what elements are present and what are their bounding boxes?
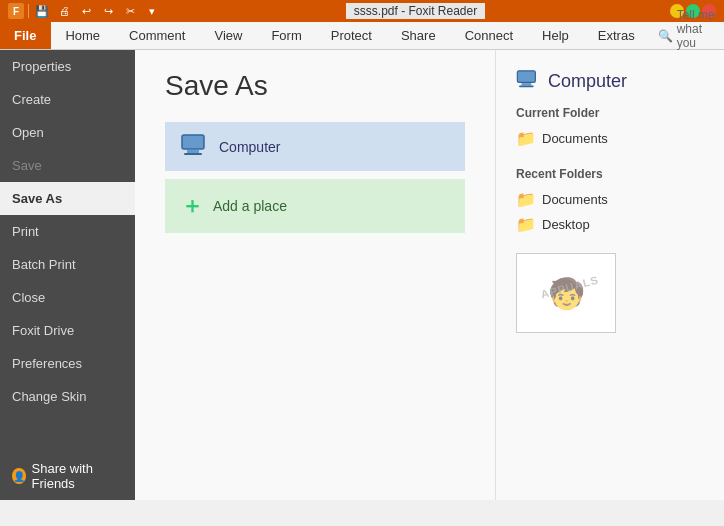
title-bar-left: F 💾 🖨 ↩ ↪ ✂ ▾ [8,2,161,20]
sidebar-item-label: Save As [12,191,62,206]
add-place-icon: ＋ [181,191,203,221]
add-place-label: Add a place [213,198,287,214]
sidebar: Properties Create Open Save Save As Prin… [0,50,135,500]
svg-rect-2 [184,153,202,155]
tab-connect[interactable]: Connect [451,22,528,49]
svg-rect-3 [517,71,535,82]
folder-icon: 📁 [516,190,536,209]
sidebar-bottom: 👤 Share with Friends [0,452,135,500]
sidebar-item-share[interactable]: 👤 Share with Friends [0,452,135,500]
svg-rect-0 [182,135,204,149]
tab-extras[interactable]: Extras [584,22,650,49]
folder-icon: 📁 [516,215,536,234]
svg-rect-5 [519,86,534,88]
save-options: Computer ＋ Add a place [165,122,465,233]
sidebar-item-changeskin[interactable]: Change Skin [0,380,135,413]
folder-item-documents-current[interactable]: 📁 Documents [516,126,715,151]
dropdown-icon[interactable]: ▾ [143,2,161,20]
share-icon: 👤 [12,468,26,484]
save-icon[interactable]: 💾 [33,2,51,20]
tab-form[interactable]: Form [257,22,316,49]
recent-folders-section: Recent Folders 📁 Documents 📁 Desktop [516,167,715,237]
tell-me-field[interactable]: 🔍 Tell me what you w... [650,22,724,49]
main-layout: Properties Create Open Save Save As Prin… [0,50,724,500]
sidebar-item-preferences[interactable]: Preferences [0,347,135,380]
preview-area: 🧒 APPUALS [516,253,616,333]
sidebar-item-print[interactable]: Print [0,215,135,248]
title-bar: F 💾 🖨 ↩ ↪ ✂ ▾ ssss.pdf - Foxit Reader [0,0,724,22]
tab-share[interactable]: Share [387,22,451,49]
print-icon[interactable]: 🖨 [55,2,73,20]
sidebar-item-open[interactable]: Open [0,116,135,149]
sidebar-item-label: Preferences [12,356,82,371]
undo-icon[interactable]: ↩ [77,2,95,20]
folder-item-documents-recent[interactable]: 📁 Documents [516,187,715,212]
sidebar-item-label: Close [12,290,45,305]
tab-file[interactable]: File [0,22,51,49]
sidebar-item-label: Foxit Drive [12,323,74,338]
sidebar-item-batchprint[interactable]: Batch Print [0,248,135,281]
ribbon-nav: File Home Comment View Form Protect Shar… [0,22,724,50]
sidebar-item-label: Print [12,224,39,239]
current-folder-label: Current Folder [516,106,715,120]
search-icon: 🔍 [658,29,673,43]
computer-option-button[interactable]: Computer [165,122,465,171]
tab-home[interactable]: Home [51,22,115,49]
tab-view[interactable]: View [200,22,257,49]
add-place-button[interactable]: ＋ Add a place [165,179,465,233]
tab-help[interactable]: Help [528,22,584,49]
sidebar-item-properties[interactable]: Properties [0,50,135,83]
sidebar-item-saveas[interactable]: Save As [0,182,135,215]
folder-item-label: Documents [542,131,608,146]
sidebar-item-close[interactable]: Close [0,281,135,314]
tab-comment[interactable]: Comment [115,22,200,49]
window-title: ssss.pdf - Foxit Reader [346,3,485,19]
right-panel-label: Computer [548,71,627,92]
sidebar-item-label: Batch Print [12,257,76,272]
sidebar-item-create[interactable]: Create [0,83,135,116]
content-area: Save As Computer ＋ Add a place [135,50,495,500]
sidebar-item-label: Create [12,92,51,107]
sidebar-item-label: Properties [12,59,71,74]
folder-icon: 📁 [516,129,536,148]
page-title: Save As [165,70,465,102]
sidebar-item-foxitdrive[interactable]: Foxit Drive [0,314,135,347]
recent-folders-label: Recent Folders [516,167,715,181]
sidebar-item-save[interactable]: Save [0,149,135,182]
right-panel: Computer Current Folder 📁 Documents Rece… [495,50,724,500]
folder-item-desktop[interactable]: 📁 Desktop [516,212,715,237]
computer-option-label: Computer [219,139,280,155]
app-icon: F [8,3,24,19]
folder-item-label: Documents [542,192,608,207]
share-label: Share with Friends [32,461,124,491]
computer-right-icon [516,70,540,92]
tools-icon[interactable]: ✂ [121,2,139,20]
current-folder-section: Current Folder 📁 Documents [516,106,715,151]
tab-protect[interactable]: Protect [317,22,387,49]
computer-icon [181,134,209,159]
right-panel-title: Computer [516,70,715,92]
svg-rect-1 [187,150,199,153]
sidebar-item-label: Open [12,125,44,140]
sidebar-item-label: Save [12,158,42,173]
sidebar-item-label: Change Skin [12,389,86,404]
folder-item-label: Desktop [542,217,590,232]
redo-icon[interactable]: ↪ [99,2,117,20]
svg-rect-4 [521,83,531,85]
